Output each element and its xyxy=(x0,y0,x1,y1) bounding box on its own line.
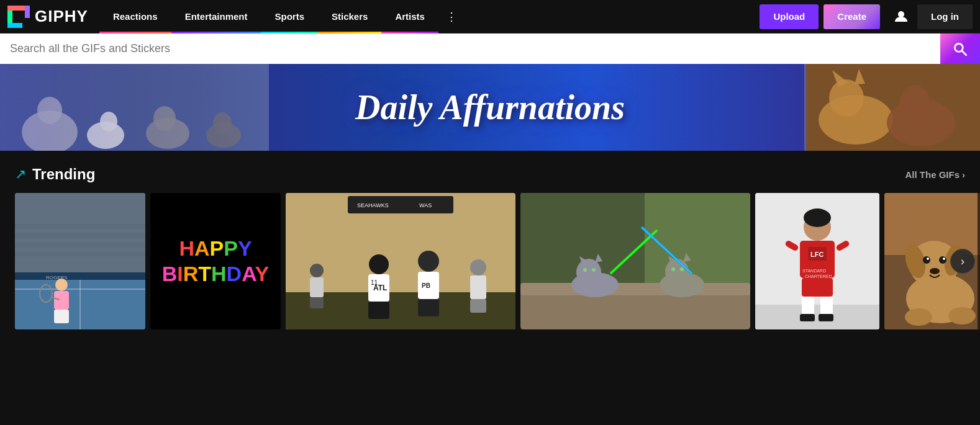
svg-rect-28 xyxy=(15,243,145,248)
search-bar-container xyxy=(0,34,980,64)
trending-icon: ↗ xyxy=(15,166,26,182)
svg-point-4 xyxy=(898,11,904,17)
all-gifs-label: All The GIFs xyxy=(905,169,960,180)
giphy-logo-icon xyxy=(7,6,30,28)
svg-text:LFC: LFC xyxy=(810,251,823,258)
svg-rect-109 xyxy=(978,193,980,329)
gif-item-tennis[interactable]: ROGERS xyxy=(15,193,145,329)
svg-rect-3 xyxy=(7,23,22,28)
trending-section: ↗ Trending All The GIFs › xyxy=(0,151,980,339)
svg-rect-33 xyxy=(15,272,145,280)
svg-rect-61 xyxy=(645,193,750,286)
svg-point-107 xyxy=(905,308,932,326)
svg-rect-36 xyxy=(54,291,69,310)
svg-rect-53 xyxy=(418,299,439,316)
svg-rect-56 xyxy=(470,299,486,313)
login-button[interactable]: Log in xyxy=(917,4,973,29)
svg-rect-90 xyxy=(802,297,814,315)
nav-more-button[interactable]: ⋮ xyxy=(438,0,465,34)
chevron-right-icon: › xyxy=(962,169,965,180)
svg-rect-48 xyxy=(368,302,389,319)
svg-point-19 xyxy=(829,79,864,117)
banner-right-segment xyxy=(806,64,980,151)
logo-area[interactable]: GIPHY xyxy=(7,6,88,28)
svg-point-73 xyxy=(665,259,689,285)
banner[interactable]: Daily Affurnations xyxy=(0,64,980,151)
create-button[interactable]: Create xyxy=(823,4,880,29)
svg-text:WAS: WAS xyxy=(419,202,432,208)
svg-text:CHARTERED: CHARTERED xyxy=(805,274,832,279)
svg-point-83 xyxy=(804,208,831,227)
nav-item-reactions[interactable]: Reactions xyxy=(99,0,171,34)
svg-rect-16 xyxy=(0,64,267,151)
svg-text:SEAHAWKS: SEAHAWKS xyxy=(357,202,389,208)
svg-point-69 xyxy=(592,268,596,272)
svg-rect-29 xyxy=(15,252,145,257)
tennis-scene-svg: ROGERS xyxy=(15,193,145,329)
scroll-next-button[interactable]: › xyxy=(950,249,975,274)
svg-point-50 xyxy=(418,251,439,272)
svg-point-108 xyxy=(948,307,976,324)
svg-point-45 xyxy=(369,254,389,274)
svg-rect-55 xyxy=(470,275,486,299)
football-scene-svg: SEAHAWKS WAS ATL 11 PB xyxy=(286,193,515,329)
svg-rect-91 xyxy=(820,297,833,315)
user-avatar-icon xyxy=(894,9,909,24)
svg-point-104 xyxy=(927,257,929,260)
trending-title-area: ↗ Trending xyxy=(15,166,95,183)
nav-item-entertainment[interactable]: Entertainment xyxy=(171,0,261,34)
svg-line-6 xyxy=(962,51,966,55)
svg-rect-27 xyxy=(15,233,145,238)
logo-text: GIPHY xyxy=(35,7,88,26)
banner-dogs-left-svg xyxy=(0,64,267,151)
search-input[interactable] xyxy=(10,42,970,55)
banner-title: Daily Affurnations xyxy=(355,88,625,127)
svg-rect-93 xyxy=(819,314,833,321)
trending-title: Trending xyxy=(32,166,95,183)
gif-item-soccer[interactable]: LFC STANDARD CHARTERED xyxy=(755,193,879,329)
gif-grid: ROGERS HAPPY BIRTH xyxy=(15,193,965,329)
svg-point-77 xyxy=(680,267,684,271)
search-button[interactable] xyxy=(940,34,980,64)
gif-item-cats[interactable] xyxy=(520,193,750,329)
soccer-scene-svg: LFC STANDARD CHARTERED xyxy=(755,193,879,329)
svg-rect-59 xyxy=(310,297,324,308)
banner-title-area: Daily Affurnations xyxy=(355,87,625,127)
svg-point-103 xyxy=(939,256,946,264)
svg-text:11: 11 xyxy=(371,279,378,286)
upload-button[interactable]: Upload xyxy=(760,4,819,29)
banner-separator-left xyxy=(267,64,269,151)
svg-point-68 xyxy=(583,268,587,272)
trending-header: ↗ Trending All The GIFs › xyxy=(15,166,965,183)
all-gifs-link[interactable]: All The GIFs › xyxy=(905,169,965,180)
svg-text:PB: PB xyxy=(422,282,430,289)
svg-point-57 xyxy=(310,264,324,277)
svg-rect-58 xyxy=(310,277,324,297)
svg-rect-89 xyxy=(802,278,833,297)
main-nav: Reactions Entertainment Sports Stickers … xyxy=(99,0,760,34)
svg-rect-37 xyxy=(54,310,69,323)
svg-rect-63 xyxy=(520,283,750,295)
gif-item-birthday[interactable]: HAPPY BIRTHDAY xyxy=(150,193,281,329)
svg-text:STANDARD: STANDARD xyxy=(802,269,826,273)
svg-point-76 xyxy=(671,267,675,271)
svg-point-106 xyxy=(930,268,940,274)
svg-point-105 xyxy=(943,257,945,260)
svg-point-35 xyxy=(55,279,68,291)
svg-point-54 xyxy=(470,259,486,275)
search-icon xyxy=(952,41,968,57)
svg-rect-81 xyxy=(755,305,879,329)
gif-item-football[interactable]: SEAHAWKS WAS ATL 11 PB xyxy=(286,193,515,329)
cats-scene-svg xyxy=(520,193,750,329)
banner-dogs-right-svg xyxy=(806,64,980,151)
nav-item-stickers[interactable]: Stickers xyxy=(318,0,381,34)
banner-left-segment xyxy=(0,64,267,151)
svg-rect-92 xyxy=(800,314,815,321)
nav-item-sports[interactable]: Sports xyxy=(261,0,318,34)
nav-item-artists[interactable]: Artists xyxy=(381,0,438,34)
header: GIPHY Reactions Entertainment Sports Sti… xyxy=(0,0,980,34)
svg-point-23 xyxy=(900,85,930,120)
svg-point-102 xyxy=(923,256,930,264)
svg-rect-26 xyxy=(15,224,145,229)
user-icon[interactable] xyxy=(890,6,912,28)
